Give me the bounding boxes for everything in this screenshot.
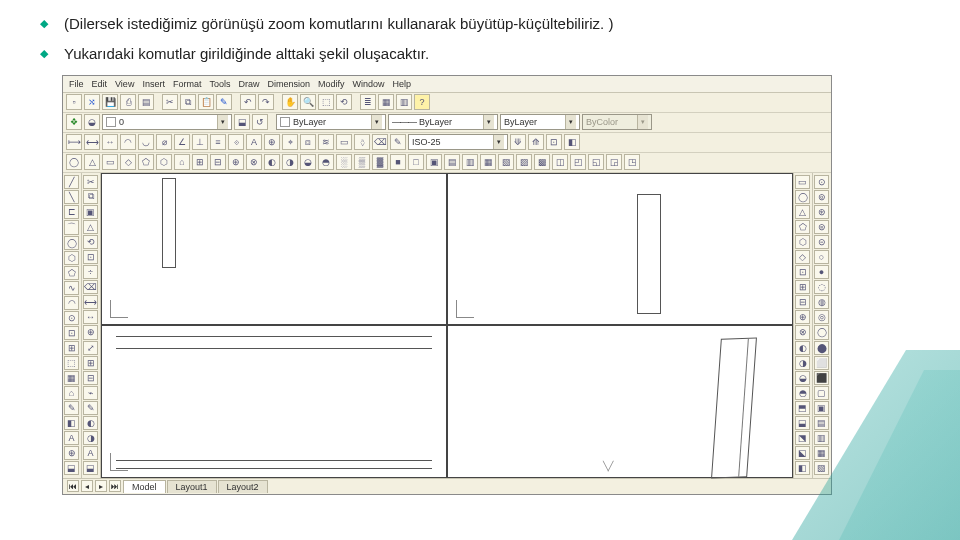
solidedit-tool-0[interactable]: ⊙	[814, 175, 829, 189]
zoomrt-icon[interactable]: 🔍	[300, 94, 316, 110]
dim-tool-8[interactable]: ≡	[210, 134, 226, 150]
modify-tool-4[interactable]: ⟲	[83, 235, 98, 249]
layeriso-icon[interactable]: ⬓	[234, 114, 250, 130]
extra-tool-18[interactable]: ■	[390, 154, 406, 170]
dim-tool-7[interactable]: ⊥	[192, 134, 208, 150]
solidedit-tool-12[interactable]: ⬜	[814, 356, 829, 370]
solid-tool-7[interactable]: ⊞	[795, 280, 810, 294]
layerprev-icon[interactable]: ↺	[252, 114, 268, 130]
menu-help[interactable]: Help	[393, 79, 412, 89]
solid-tool-14[interactable]: ◓	[795, 386, 810, 400]
extra-tool-3[interactable]: ◇	[120, 154, 136, 170]
extra-tool-13[interactable]: ◒	[300, 154, 316, 170]
modify-tool-0[interactable]: ✂	[83, 175, 98, 189]
solidedit-tool-8[interactable]: ◍	[814, 295, 829, 309]
extra-tool-15[interactable]: ░	[336, 154, 352, 170]
lineweight-dropdown[interactable]: ByLayer ▾	[500, 114, 580, 130]
modify-tool-13[interactable]: ⊟	[83, 371, 98, 385]
preview-icon[interactable]: ▤	[138, 94, 154, 110]
extra-tool-26[interactable]: ▩	[534, 154, 550, 170]
draw-tool-1[interactable]: ╲	[64, 190, 79, 204]
solidedit-tool-17[interactable]: ▥	[814, 431, 829, 445]
dim-tool-b1[interactable]: ⟰	[528, 134, 544, 150]
solid-tool-3[interactable]: ⬠	[795, 220, 810, 234]
draw-tool-17[interactable]: A	[64, 431, 79, 445]
modify-tool-3[interactable]: △	[83, 220, 98, 234]
menu-edit[interactable]: Edit	[92, 79, 108, 89]
pan-icon[interactable]: ✋	[282, 94, 298, 110]
dim-tool-6[interactable]: ∠	[174, 134, 190, 150]
dim-tool-15[interactable]: ▭	[336, 134, 352, 150]
dim-tool-0[interactable]: ⟼	[66, 134, 82, 150]
extra-tool-5[interactable]: ⬡	[156, 154, 172, 170]
solid-tool-19[interactable]: ◧	[795, 461, 810, 475]
solidedit-tool-3[interactable]: ⊜	[814, 220, 829, 234]
solid-tool-17[interactable]: ⬔	[795, 431, 810, 445]
zoomprev-icon[interactable]: ⟲	[336, 94, 352, 110]
modify-tool-12[interactable]: ⊞	[83, 356, 98, 370]
menu-view[interactable]: View	[115, 79, 134, 89]
open-icon[interactable]: ⤭	[84, 94, 100, 110]
solid-tool-15[interactable]: ⬒	[795, 401, 810, 415]
modify-tool-5[interactable]: ⊡	[83, 250, 98, 264]
solid-tool-12[interactable]: ◑	[795, 356, 810, 370]
draw-tool-5[interactable]: ⬡	[64, 251, 79, 265]
dim-tool-14[interactable]: ≋	[318, 134, 334, 150]
modify-tool-7[interactable]: ⌫	[83, 280, 98, 294]
extra-tool-14[interactable]: ◓	[318, 154, 334, 170]
solidedit-tool-7[interactable]: ◌	[814, 280, 829, 294]
match-icon[interactable]: ✎	[216, 94, 232, 110]
draw-tool-3[interactable]: ⌒	[64, 220, 79, 235]
extra-tool-28[interactable]: ◰	[570, 154, 586, 170]
tab-prev-icon[interactable]: ◂	[81, 480, 93, 492]
solidedit-tool-10[interactable]: ◯	[814, 325, 829, 339]
extra-tool-4[interactable]: ⬠	[138, 154, 154, 170]
extra-tool-17[interactable]: ▓	[372, 154, 388, 170]
solidedit-tool-1[interactable]: ⊚	[814, 190, 829, 204]
extra-tool-12[interactable]: ◑	[282, 154, 298, 170]
new-icon[interactable]: ▫	[66, 94, 82, 110]
solid-tool-6[interactable]: ⊡	[795, 265, 810, 279]
dim-tool-b3[interactable]: ◧	[564, 134, 580, 150]
layeroff-icon[interactable]: ◒	[84, 114, 100, 130]
draw-tool-9[interactable]: ⊙	[64, 311, 79, 325]
extra-tool-10[interactable]: ⊗	[246, 154, 262, 170]
props-icon[interactable]: ≣	[360, 94, 376, 110]
extra-tool-21[interactable]: ▤	[444, 154, 460, 170]
modify-tool-1[interactable]: ⧉	[83, 190, 98, 204]
dim-tool-2[interactable]: ↔	[102, 134, 118, 150]
extra-tool-24[interactable]: ▧	[498, 154, 514, 170]
modify-tool-14[interactable]: ⌁	[83, 386, 98, 400]
paste-icon[interactable]: 📋	[198, 94, 214, 110]
draw-tool-0[interactable]: ╱	[64, 175, 79, 189]
modify-tool-15[interactable]: ✎	[83, 401, 98, 415]
solid-tool-11[interactable]: ◐	[795, 341, 810, 355]
dim-tool-17[interactable]: ⌫	[372, 134, 388, 150]
layerprops-icon[interactable]: ❖	[66, 114, 82, 130]
extra-tool-20[interactable]: ▣	[426, 154, 442, 170]
dim-tool-13[interactable]: ⧈	[300, 134, 316, 150]
extra-tool-1[interactable]: △	[84, 154, 100, 170]
dimstyle-dropdown[interactable]: ISO-25▾	[408, 134, 508, 150]
extra-tool-0[interactable]: ◯	[66, 154, 82, 170]
extra-tool-11[interactable]: ◐	[264, 154, 280, 170]
draw-tool-14[interactable]: ⌂	[64, 386, 79, 400]
solid-tool-1[interactable]: ◯	[795, 190, 810, 204]
dim-tool-16[interactable]: ⎀	[354, 134, 370, 150]
zoomwin-icon[interactable]: ⬚	[318, 94, 334, 110]
draw-tool-16[interactable]: ◧	[64, 416, 79, 430]
tab-last-icon[interactable]: ⏭	[109, 480, 121, 492]
extra-tool-27[interactable]: ◫	[552, 154, 568, 170]
linetype-dropdown[interactable]: ——— ByLayer ▾	[388, 114, 498, 130]
solid-tool-8[interactable]: ⊟	[795, 295, 810, 309]
viewport-iso[interactable]: ╲╱	[447, 325, 793, 478]
solidedit-tool-15[interactable]: ▣	[814, 401, 829, 415]
solid-tool-4[interactable]: ⬡	[795, 235, 810, 249]
toolpalettes-icon[interactable]: ▥	[396, 94, 412, 110]
help-icon[interactable]: ?	[414, 94, 430, 110]
modify-tool-17[interactable]: ◑	[83, 431, 98, 445]
extra-tool-6[interactable]: ⌂	[174, 154, 190, 170]
dim-tool-3[interactable]: ◠	[120, 134, 136, 150]
dim-tool-5[interactable]: ⌀	[156, 134, 172, 150]
extra-tool-29[interactable]: ◱	[588, 154, 604, 170]
